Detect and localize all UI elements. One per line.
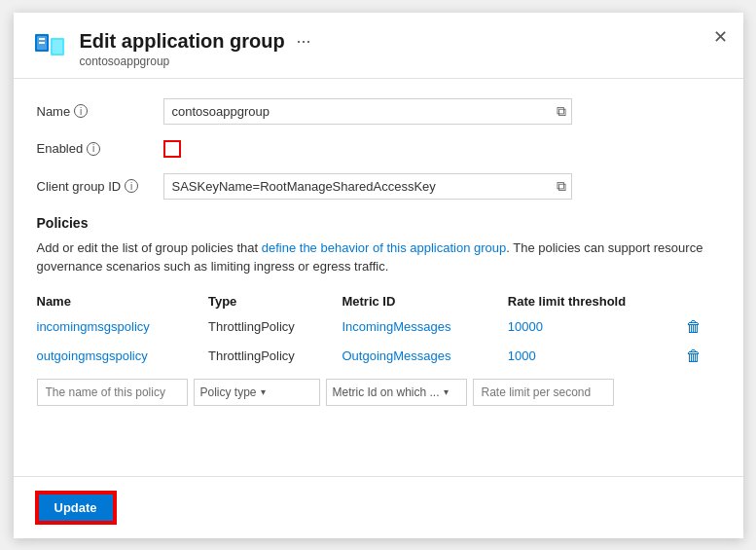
- enabled-info-icon[interactable]: i: [87, 142, 100, 156]
- row-metric-id: OutgoingMessages: [342, 342, 507, 371]
- client-group-id-label: Client group ID i: [37, 179, 163, 194]
- type-select-chevron-icon: ▾: [261, 386, 266, 397]
- policies-table: Name Type Metric ID Rate limit threshold…: [37, 290, 720, 371]
- row-rate-limit: 1000: [508, 342, 687, 371]
- client-group-id-input-wrapper: ⧉: [163, 173, 572, 200]
- panel-title-block: Edit application group ··· contosoappgro…: [80, 30, 315, 68]
- new-policy-name-input[interactable]: [37, 379, 188, 406]
- col-rate-limit: Rate limit threshold: [508, 290, 687, 312]
- col-name: Name: [37, 290, 208, 312]
- row-delete-cell: 🗑: [686, 342, 719, 371]
- close-button[interactable]: ✕: [713, 28, 728, 46]
- row-rate-limit: 10000: [508, 312, 687, 342]
- name-info-icon[interactable]: i: [74, 104, 88, 118]
- policies-link[interactable]: define the behavior of this application …: [262, 240, 507, 255]
- col-type: Type: [208, 290, 342, 312]
- panel-footer: Update: [14, 476, 743, 538]
- client-group-id-input[interactable]: [163, 173, 572, 200]
- name-label: Name i: [37, 104, 163, 119]
- new-policy-rate-input[interactable]: [473, 379, 614, 406]
- update-button[interactable]: Update: [37, 493, 115, 523]
- metric-select-chevron-icon: ▾: [444, 386, 449, 397]
- copy-client-id-icon[interactable]: ⧉: [557, 178, 566, 195]
- enabled-row: Enabled i: [37, 140, 720, 158]
- row-type: ThrottlingPolicy: [208, 342, 342, 371]
- new-policy-metric-select[interactable]: Metric Id on which ... ▾: [326, 379, 467, 406]
- table-header-row: Name Type Metric ID Rate limit threshold: [37, 290, 720, 312]
- panel-title: Edit application group: [80, 30, 285, 53]
- policies-description: Add or edit the list of group policies t…: [37, 238, 720, 276]
- svg-rect-3: [39, 42, 45, 44]
- panel-icon: [33, 30, 68, 65]
- new-policy-row: Policy type ▾ Metric Id on which ... ▾: [37, 379, 720, 406]
- name-input[interactable]: [163, 98, 572, 125]
- table-row: incomingmsgspolicy ThrottlingPolicy Inco…: [37, 312, 720, 342]
- row-delete-cell: 🗑: [686, 312, 719, 342]
- new-policy-type-select[interactable]: Policy type ▾: [194, 379, 320, 406]
- enabled-label: Enabled i: [37, 141, 163, 156]
- delete-row-icon[interactable]: 🗑: [686, 348, 702, 364]
- name-input-wrapper: ⧉: [163, 98, 572, 125]
- table-row: outgoingmsgspolicy ThrottlingPolicy Outg…: [37, 342, 720, 371]
- panel-header: Edit application group ··· contosoappgro…: [14, 13, 743, 79]
- policies-title: Policies: [37, 215, 720, 231]
- name-row: Name i ⧉: [37, 98, 720, 125]
- row-name: incomingmsgspolicy: [37, 312, 208, 342]
- panel-subtitle: contosoappgroup: [80, 55, 315, 68]
- svg-rect-2: [39, 38, 45, 40]
- client-group-id-row: Client group ID i ⧉: [37, 173, 720, 200]
- delete-row-icon[interactable]: 🗑: [686, 318, 702, 335]
- edit-panel: Edit application group ··· contosoappgro…: [14, 13, 743, 538]
- copy-name-icon[interactable]: ⧉: [557, 103, 566, 120]
- svg-rect-5: [53, 40, 62, 54]
- enabled-checkbox[interactable]: [163, 140, 181, 158]
- panel-body: Name i ⧉ Enabled i Client group ID i: [14, 79, 743, 476]
- ellipsis-button[interactable]: ···: [293, 32, 315, 50]
- policies-section: Policies Add or edit the list of group p…: [37, 215, 720, 406]
- row-type: ThrottlingPolicy: [208, 312, 342, 342]
- row-metric-id: IncomingMessages: [342, 312, 507, 342]
- row-name: outgoingmsgspolicy: [37, 342, 208, 371]
- client-group-id-info-icon[interactable]: i: [125, 179, 138, 193]
- col-metric-id: Metric ID: [342, 290, 507, 312]
